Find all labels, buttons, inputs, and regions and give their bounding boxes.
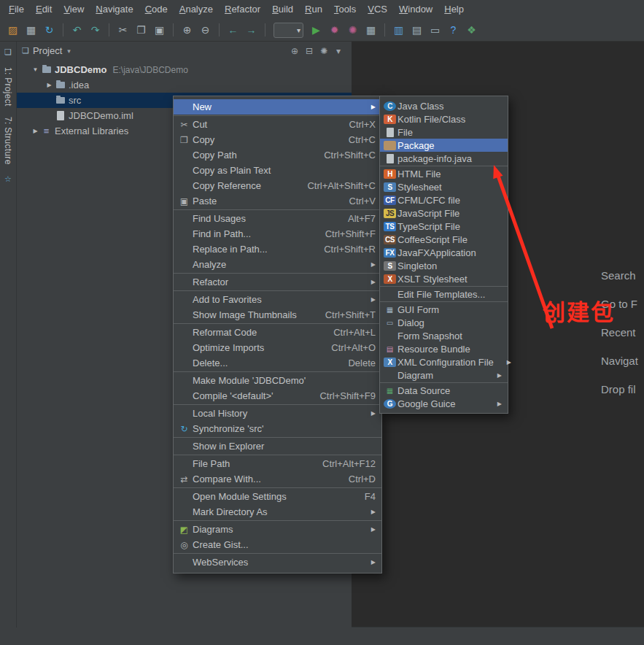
context-menu-item-create-gist[interactable]: ◎Create Gist...: [174, 537, 381, 552]
context-menu-item-make-module-jdbcdemo[interactable]: Make Module 'JDBCDemo': [174, 373, 381, 388]
submenu-item-javascript-file[interactable]: JSJavaScript File: [380, 206, 508, 220]
menu-refactor[interactable]: Refactor: [219, 0, 266, 19]
plugin-icon[interactable]: ❖: [463, 22, 480, 39]
menu-run[interactable]: Run: [299, 0, 328, 19]
changes-icon[interactable]: ▤: [408, 22, 425, 39]
submenu-item-cfml-cfc-file[interactable]: CFCFML/CFC file: [380, 193, 508, 206]
submenu-item-dialog[interactable]: ▭Dialog: [380, 316, 508, 329]
submenu-item-package[interactable]: Package: [380, 139, 508, 152]
context-menu-item-mark-directory-as[interactable]: Mark Directory As▶: [174, 504, 381, 520]
context-menu-item-local-history[interactable]: Local History▶: [174, 406, 381, 421]
menu-view[interactable]: View: [58, 0, 90, 19]
submenu-item-diagram[interactable]: Diagram▶: [380, 368, 508, 382]
settings-grid-icon[interactable]: ▦: [362, 22, 379, 39]
context-menu-item-file-path[interactable]: File PathCtrl+Alt+F12: [174, 456, 381, 471]
submenu-item-typescript-file[interactable]: TSTypeScript File: [380, 220, 508, 233]
submenu-item-file[interactable]: File: [380, 125, 508, 139]
profile-icon[interactable]: ✺: [344, 22, 361, 39]
terminal-icon[interactable]: ▭: [427, 22, 443, 39]
menu-edit[interactable]: Edit: [30, 0, 58, 19]
tree-item-jdbcdemo[interactable]: ▼JDBCDemoE:\java\JDBCDemo: [16, 62, 352, 77]
context-menu-item-show-in-explorer[interactable]: Show in Explorer: [174, 439, 381, 454]
menu-window[interactable]: Window: [393, 0, 438, 19]
cut-icon[interactable]: ✂: [115, 22, 131, 39]
menu-tools[interactable]: Tools: [328, 0, 362, 19]
menu-help[interactable]: Help: [438, 0, 470, 19]
zoom-out-icon[interactable]: ⊖: [197, 22, 214, 39]
favorites-icon[interactable]: ☆: [4, 174, 12, 184]
tool-button-structure[interactable]: 7: Structure: [3, 117, 13, 165]
tree-item-idea[interactable]: ▶.idea: [16, 77, 352, 93]
run-with-coverage-icon[interactable]: ✹: [326, 22, 343, 39]
submenu-item-gui-form[interactable]: ▦GUI Form: [380, 303, 508, 316]
toolbar-separator: [265, 23, 265, 36]
submenu-item-google-guice[interactable]: GGoogle Guice▶: [380, 397, 508, 410]
context-menu-item-paste[interactable]: ▣PasteCtrl+V: [174, 193, 381, 209]
context-menu-item-diagrams[interactable]: ◩Diagrams▶: [174, 522, 381, 537]
context-menu-item-cut[interactable]: ✂CutCtrl+X: [174, 117, 381, 132]
context-menu-item-refactor[interactable]: Refactor▶: [174, 274, 381, 290]
submenu-item-stylesheet[interactable]: SStylesheet: [380, 180, 508, 193]
project-tool-icon[interactable]: ❏: [4, 47, 12, 57]
submenu-item-resource-bundle[interactable]: ▤Resource Bundle: [380, 342, 508, 355]
context-menu-item-optimize-imports[interactable]: Optimize ImportsCtrl+Alt+O: [174, 340, 381, 355]
paste-icon[interactable]: ▣: [151, 22, 168, 39]
forward-icon[interactable]: →: [243, 22, 260, 39]
menu-navigate[interactable]: Navigate: [90, 0, 139, 19]
save-all-icon[interactable]: ▦: [23, 22, 39, 39]
context-menu-item-copy-reference[interactable]: Copy ReferenceCtrl+Alt+Shift+C: [174, 178, 381, 193]
context-menu-item-find-in-path[interactable]: Find in Path...Ctrl+Shift+F: [174, 226, 381, 242]
context-menu-item-analyze[interactable]: Analyze▶: [174, 257, 381, 272]
context-menu-item-copy-path[interactable]: Copy PathCtrl+Shift+C: [174, 147, 381, 163]
context-menu-item-new[interactable]: New▶: [174, 99, 381, 115]
context-menu-item-reformat-code[interactable]: Reformat CodeCtrl+Alt+L: [174, 325, 381, 340]
submenu-item-xml-configuration-file[interactable]: XXML Configuration File▶: [380, 355, 508, 368]
context-menu-item-copy-as-plain-text[interactable]: Copy as Plain Text: [174, 163, 381, 178]
context-menu-item-compile-default[interactable]: Compile '<default>'Ctrl+Shift+F9: [174, 388, 381, 403]
back-icon[interactable]: ←: [225, 22, 241, 39]
submenu-item-data-source[interactable]: ▦Data Source: [380, 384, 508, 397]
submenu-item-edit-file-templates[interactable]: Edit File Templates...: [380, 287, 508, 301]
project-panel-title[interactable]: Project: [33, 45, 62, 56]
context-menu-item-add-to-favorites[interactable]: Add to Favorites▶: [174, 292, 381, 307]
help-icon[interactable]: ?: [445, 22, 462, 39]
context-menu-item-show-image-thumbnails[interactable]: Show Image ThumbnailsCtrl+Shift+T: [174, 307, 381, 322]
submenu-item-form-snapshot[interactable]: Form Snapshot: [380, 329, 508, 342]
context-menu-item-synchronize-src[interactable]: ↻Synchronize 'src': [174, 421, 381, 436]
redo-icon[interactable]: ↷: [87, 22, 104, 39]
sync-icon[interactable]: ↻: [41, 22, 58, 39]
locate-icon[interactable]: ⊕: [287, 44, 302, 58]
submenu-item-xslt-stylesheet[interactable]: XXSLT Stylesheet: [380, 272, 508, 285]
context-menu-item-delete[interactable]: Delete...Delete: [174, 355, 381, 371]
menu-build[interactable]: Build: [266, 0, 299, 19]
context-menu-item-webservices[interactable]: WebServices▶: [174, 555, 381, 570]
submenu-item-singleton[interactable]: SSingleton: [380, 259, 508, 272]
menu-file[interactable]: File: [3, 0, 30, 19]
zoom-in-icon[interactable]: ⊕: [179, 22, 195, 39]
submenu-item-coffeescript-file[interactable]: CSCoffeeScript File: [380, 233, 508, 246]
menu-analyze[interactable]: Analyze: [174, 0, 219, 19]
context-menu-item-find-usages[interactable]: Find UsagesAlt+F7: [174, 211, 381, 226]
settings-gear-icon[interactable]: ✺: [317, 44, 331, 58]
submenu-item-html-file[interactable]: HHTML File: [380, 167, 508, 180]
context-menu-item-replace-in-path[interactable]: Replace in Path...Ctrl+Shift+R: [174, 242, 381, 257]
submenu-item-javafxapplication[interactable]: FXJavaFXApplication: [380, 246, 508, 259]
submenu-item-package-info-java[interactable]: package-info.java: [380, 152, 508, 165]
menu-code[interactable]: Code: [139, 0, 174, 19]
context-menu-item-open-module-settings[interactable]: Open Module SettingsF4: [174, 489, 381, 504]
tool-button-project[interactable]: 1: Project: [3, 67, 13, 107]
copy-icon[interactable]: ❐: [133, 22, 150, 39]
hide-panel-icon[interactable]: ▾: [331, 44, 346, 58]
context-menu-item-compare-with[interactable]: ⇄Compare With...Ctrl+D: [174, 471, 381, 487]
submenu-item-java-class[interactable]: CJava Class: [380, 99, 508, 112]
menu-vcs[interactable]: VCS: [362, 0, 393, 19]
context-menu-item-copy[interactable]: ❐CopyCtrl+C: [174, 132, 381, 147]
open-icon[interactable]: ▨: [4, 22, 21, 39]
collapse-all-icon[interactable]: ⊟: [302, 44, 317, 58]
chevron-down-icon[interactable]: ▾: [67, 47, 71, 55]
run-icon[interactable]: ▶: [308, 22, 325, 39]
run-configurations-dropdown[interactable]: ▾: [273, 23, 303, 38]
undo-icon[interactable]: ↶: [69, 22, 85, 39]
submenu-item-kotlin-file-class[interactable]: KKotlin File/Class: [380, 112, 508, 125]
structure-view-icon[interactable]: ▥: [390, 22, 407, 39]
